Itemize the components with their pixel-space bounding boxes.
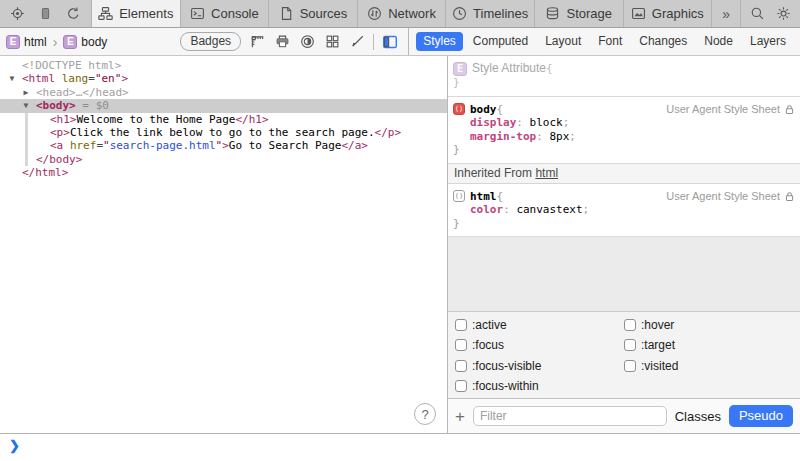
rulers-button[interactable]	[245, 30, 270, 53]
pseudo-toggle-visited[interactable]: :visited	[624, 359, 793, 373]
breadcrumb-item-html[interactable]: Ehtml	[6, 35, 47, 49]
panel-tab-sources[interactable]: Sources	[268, 0, 357, 27]
breadcrumb-label: body	[81, 35, 107, 49]
breadcrumb-item-body[interactable]: Ebody	[63, 35, 107, 49]
checkbox-unchecked-icon[interactable]	[455, 360, 467, 372]
inspect-crosshair-button[interactable]	[5, 2, 30, 25]
rule-header: EStyle Attribute {	[453, 62, 795, 76]
dom-tree-line[interactable]: </html>	[0, 166, 447, 179]
pseudo-toggle-hover[interactable]: :hover	[624, 318, 793, 332]
inherited-from-link[interactable]: html	[535, 166, 558, 180]
code-token: Welcome to the Home Page	[77, 113, 236, 126]
search-button[interactable]	[745, 2, 770, 25]
pseudo-toggle-focus-visible[interactable]: :focus-visible	[455, 359, 624, 373]
dom-tree-line[interactable]: ▼<html lang="en">	[0, 72, 447, 85]
checkbox-unchecked-icon[interactable]	[455, 380, 467, 392]
pseudo-toggle-focus[interactable]: :focus	[455, 338, 624, 352]
sidebar-toggle-button[interactable]	[377, 30, 402, 53]
semicolon: ;	[563, 116, 570, 129]
checkbox-unchecked-icon[interactable]	[455, 339, 467, 351]
sidebar-tab-node[interactable]: Node	[697, 32, 740, 51]
sidebar-toggle-icon	[382, 34, 398, 50]
checkbox-unchecked-icon[interactable]	[455, 319, 467, 331]
reload-button[interactable]	[61, 2, 86, 25]
print-styles-button[interactable]	[270, 30, 295, 53]
sidebar-tab-layout[interactable]: Layout	[538, 32, 588, 51]
sidebar-tab-changes[interactable]: Changes	[632, 32, 694, 51]
paintbrush-button[interactable]	[345, 30, 370, 53]
element-badge-icon: E	[63, 35, 77, 49]
css-declaration[interactable]: color: canvastext;	[453, 203, 795, 217]
sidebar-tab-styles[interactable]: Styles	[416, 32, 463, 51]
stylesheet-origin-icon: ()	[453, 103, 465, 115]
pseudo-toggle-focus-within[interactable]: :focus-within	[455, 379, 624, 393]
sidebar-tab-font[interactable]: Font	[591, 32, 629, 51]
rule-selector: Style Attribute	[472, 62, 546, 76]
origin-text: User Agent Style Sheet	[666, 190, 780, 204]
responsive-device-button[interactable]	[33, 2, 58, 25]
contrast-button[interactable]	[295, 30, 320, 53]
dom-tree-line[interactable]: <!DOCTYPE html>	[0, 59, 447, 72]
code-token: <body>	[36, 99, 76, 112]
rule-selector: body	[470, 103, 497, 117]
search-icon	[750, 6, 765, 21]
code-token: </body>	[36, 153, 82, 166]
code-token: "	[103, 139, 110, 152]
more-panels-button[interactable]: »	[711, 0, 741, 27]
dom-tree-line[interactable]: <p>Click the link below to go to the sea…	[0, 126, 447, 139]
panel-tab-storage[interactable]: Storage	[534, 0, 623, 27]
panel-tab-label: Elements	[119, 6, 173, 21]
print-styles-icon	[275, 34, 290, 49]
checkbox-unchecked-icon[interactable]	[624, 319, 636, 331]
css-rule-body[interactable]: ()body {User Agent Style Sheetdisplay: b…	[448, 97, 800, 164]
checkbox-unchecked-icon[interactable]	[624, 339, 636, 351]
dom-tree-line[interactable]: ▶<head>…</head>	[0, 86, 447, 99]
quick-console-bar[interactable]: ❯	[0, 433, 800, 461]
code-token: "en"	[95, 72, 122, 85]
css-declaration[interactable]: display: block;	[453, 116, 795, 130]
sidebar-tab-computed[interactable]: Computed	[466, 32, 535, 51]
disclosure-expanded-icon[interactable]: ▼	[6, 72, 18, 86]
dom-tree-line[interactable]: </body>	[0, 153, 447, 166]
panel-tab-elements[interactable]: Elements	[91, 0, 180, 27]
sidebar-tab-layers[interactable]: Layers	[743, 32, 793, 51]
style-attribute-section[interactable]: EStyle Attribute {}	[448, 56, 800, 97]
pseudo-label: :focus-visible	[472, 359, 541, 373]
dom-tree-line[interactable]: <h1>Welcome to the Home Page</h1>	[0, 113, 447, 126]
css-rule-html[interactable]: ()html {User Agent Style Sheetcolor: can…	[448, 184, 800, 238]
code-token: </html>	[22, 166, 68, 179]
pseudo-label: :hover	[641, 318, 674, 332]
panel-tab-console[interactable]: Console	[180, 0, 269, 27]
disclosure-expanded-icon[interactable]: ▼	[20, 99, 32, 113]
code-token: >	[222, 139, 229, 152]
panel-tab-timelines[interactable]: Timelines	[445, 0, 534, 27]
checkbox-unchecked-icon[interactable]	[624, 360, 636, 372]
add-rule-button[interactable]: +	[455, 408, 465, 425]
close-brace: }	[453, 76, 795, 90]
css-declaration[interactable]: margin-top: 8px;	[453, 130, 795, 144]
gear-button[interactable]	[771, 2, 796, 25]
pseudo-button[interactable]: Pseudo	[729, 405, 793, 427]
badges-button[interactable]: Badges	[180, 32, 241, 51]
panel-tab-graphics[interactable]: Graphics	[623, 0, 712, 27]
main-content: <!DOCTYPE html>▼<html lang="en">▶<head>……	[0, 56, 800, 433]
pseudo-label: :focus	[472, 338, 504, 352]
code-token: Click the link below to go to the search…	[70, 126, 375, 139]
grid-overlay-button[interactable]	[320, 30, 345, 53]
disclosure-collapsed-icon[interactable]: ▶	[20, 86, 32, 100]
code-token: </a>	[341, 139, 368, 152]
dom-tree-line[interactable]: ▼<body> = $0	[0, 99, 447, 112]
dom-tree-line[interactable]: <a href="search-page.html">Go to Search …	[0, 139, 447, 152]
classes-button[interactable]: Classes	[675, 409, 721, 424]
console-icon	[190, 6, 205, 21]
open-brace: {	[546, 62, 553, 76]
panel-tab-network[interactable]: Network	[357, 0, 446, 27]
inherited-from-text: Inherited From	[454, 166, 535, 180]
code-token: <!DOCTYPE html>	[22, 59, 121, 72]
code-token: Go to Search Page	[229, 139, 342, 152]
pseudo-toggle-active[interactable]: :active	[455, 318, 624, 332]
help-button[interactable]: ?	[414, 403, 436, 425]
panel-tab-label: Sources	[300, 6, 348, 21]
filter-input[interactable]	[473, 406, 667, 426]
pseudo-toggle-target[interactable]: :target	[624, 338, 793, 352]
